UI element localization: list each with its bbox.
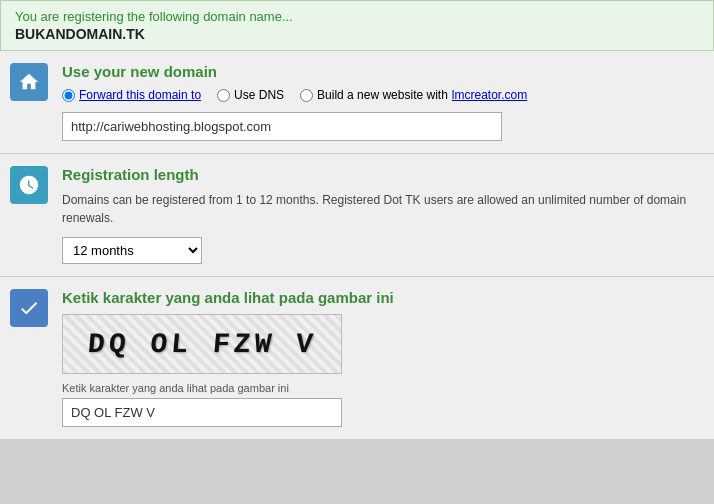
registration-desc: Domains can be registered from 1 to 12 m…	[62, 191, 702, 227]
radio-build[interactable]: Build a new website with lmcreator.com	[300, 88, 527, 102]
header-banner: You are registering the following domain…	[0, 0, 714, 51]
captcha-title: Ketik karakter yang anda lihat pada gamb…	[62, 289, 704, 306]
registration-content: Registration length Domains can be regis…	[62, 166, 704, 264]
forward-link[interactable]: Forward this domain to	[79, 88, 201, 102]
radio-build-input[interactable]	[300, 89, 313, 102]
captcha-input[interactable]	[62, 398, 342, 427]
registration-section: Registration length Domains can be regis…	[0, 154, 714, 277]
lmcreator-link[interactable]: lmcreator.com	[452, 88, 527, 102]
check-icon	[10, 289, 48, 327]
captcha-display-text: DQ OL FZW V	[86, 329, 318, 360]
registration-title: Registration length	[62, 166, 704, 183]
registering-text: You are registering the following domain…	[15, 9, 699, 24]
captcha-label: Ketik karakter yang anda lihat pada gamb…	[62, 382, 704, 394]
radio-group: Forward this domain to Use DNS Build a n…	[62, 88, 704, 102]
radio-forward-input[interactable]	[62, 89, 75, 102]
main-container: You are registering the following domain…	[0, 0, 714, 439]
months-select[interactable]: 12 months 1 month 2 months 3 months 6 mo…	[62, 237, 202, 264]
url-input[interactable]	[62, 112, 502, 141]
use-domain-title: Use your new domain	[62, 63, 704, 80]
use-domain-section: Use your new domain Forward this domain …	[0, 51, 714, 154]
radio-dns[interactable]: Use DNS	[217, 88, 284, 102]
captcha-row: Ketik karakter yang anda lihat pada gamb…	[10, 289, 704, 427]
captcha-content: Ketik karakter yang anda lihat pada gamb…	[62, 289, 704, 427]
build-label: Build a new website with	[317, 88, 448, 102]
use-domain-content: Use your new domain Forward this domain …	[62, 63, 704, 141]
home-icon	[10, 63, 48, 101]
radio-dns-input[interactable]	[217, 89, 230, 102]
radio-forward[interactable]: Forward this domain to	[62, 88, 201, 102]
domain-name: BUKANDOMAIN.TK	[15, 26, 699, 42]
captcha-image: DQ OL FZW V	[62, 314, 342, 374]
captcha-section: Ketik karakter yang anda lihat pada gamb…	[0, 277, 714, 439]
clock-icon	[10, 166, 48, 204]
dns-label: Use DNS	[234, 88, 284, 102]
